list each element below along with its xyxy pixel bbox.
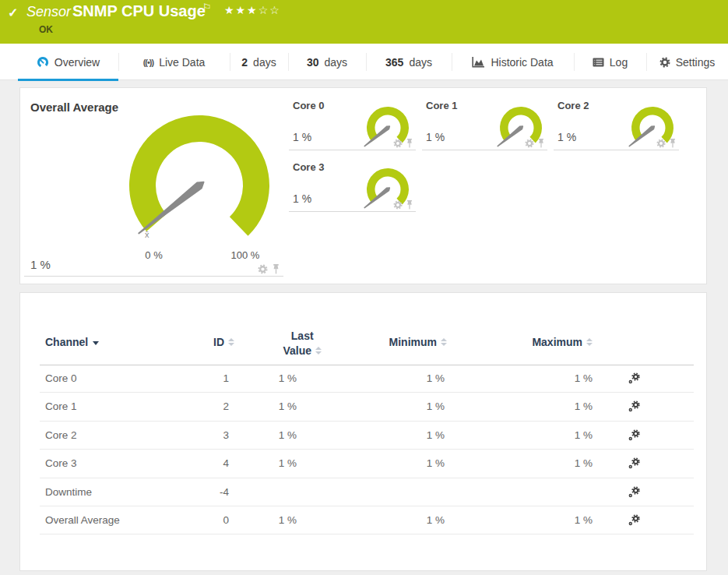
- cell-last-value: 1 %: [279, 422, 297, 450]
- pin-icon[interactable]: [537, 139, 545, 148]
- channels-table-panel: Channel ID LastValue Minimum Maximum Cor…: [19, 292, 707, 571]
- cell-channel: Downtime: [45, 478, 92, 506]
- tab-label: days: [325, 56, 348, 69]
- cell-last-value: 1 %: [279, 365, 297, 393]
- channel-settings-gears-icon[interactable]: [628, 400, 641, 413]
- tab-label: days: [253, 56, 276, 69]
- pin-icon[interactable]: [272, 264, 280, 274]
- cell-id: 4: [223, 450, 229, 478]
- column-label: Last: [291, 330, 314, 342]
- gauge-title: Core 3: [293, 161, 324, 173]
- tab-historic-data[interactable]: Historic Data: [452, 44, 574, 80]
- column-label: Value: [283, 344, 311, 357]
- table-row: Core 2 3 1 % 1 % 1 %: [40, 422, 694, 450]
- column-header-channel[interactable]: Channel: [45, 336, 99, 348]
- column-header-id[interactable]: ID: [213, 336, 234, 348]
- gauge-icon: [37, 56, 49, 69]
- tab-365-days[interactable]: 365 days: [366, 44, 452, 80]
- sensor-banner: ✓ Sensor SNMP CPU Usage ⚐ ★★★☆☆ OK: [0, 0, 728, 44]
- channel-settings-gears-icon[interactable]: [628, 457, 641, 470]
- gear-icon[interactable]: [525, 139, 534, 148]
- sensor-title: SNMP CPU Usage: [72, 2, 206, 20]
- column-header-minimum[interactable]: Minimum: [389, 336, 447, 348]
- gear-icon: [659, 57, 670, 68]
- gear-icon[interactable]: [258, 264, 268, 274]
- column-header-maximum[interactable]: Maximum: [532, 336, 593, 348]
- cell-channel: Core 0: [45, 365, 77, 393]
- gauges-panel: Overall Average x̄ 0 % 100 % 1 % Core 0 …: [19, 87, 707, 284]
- cell-id: 2: [223, 393, 229, 421]
- table-header-row: Channel ID LastValue Minimum Maximum: [40, 324, 694, 365]
- cell-id: 0: [223, 506, 229, 534]
- tab-number: 2: [241, 56, 248, 69]
- sort-icon: [441, 338, 447, 346]
- sort-icon: [315, 347, 322, 355]
- gauge-max-label: 100 %: [226, 249, 265, 261]
- cell-minimum: 1 %: [427, 506, 445, 534]
- gauge-title: Core 1: [426, 100, 457, 111]
- sort-icon: [586, 338, 593, 346]
- gauge-panel-core-0: Core 0 1 %: [289, 93, 416, 150]
- table-body: Core 0 1 1 % 1 % 1 % Core 1 2 1 % 1 % 1 …: [40, 365, 694, 534]
- tab-number: 365: [385, 56, 403, 69]
- channel-settings-gears-icon[interactable]: [628, 372, 641, 385]
- gauge-min-label: 0 %: [136, 249, 171, 261]
- table-row: Overall Average 0 1 % 1 % 1 %: [40, 506, 694, 534]
- ok-check-icon: ✓: [8, 5, 18, 20]
- tab-label: Historic Data: [491, 56, 553, 69]
- cell-channel: Overall Average: [45, 506, 120, 534]
- tab-overview[interactable]: Overview: [18, 44, 118, 80]
- gear-icon[interactable]: [656, 139, 666, 148]
- stars-empty[interactable]: ☆☆: [258, 4, 281, 16]
- tab-label: Log: [610, 56, 628, 69]
- channel-settings-gears-icon[interactable]: [628, 429, 641, 442]
- cell-channel: Core 2: [45, 422, 77, 450]
- gear-icon[interactable]: [393, 200, 403, 210]
- priority-star-rating[interactable]: ★★★☆☆: [224, 4, 281, 16]
- flag-icon[interactable]: ⚐: [202, 2, 212, 13]
- cell-maximum: 1 %: [575, 422, 593, 450]
- tab-2-days[interactable]: 2 days: [230, 44, 288, 80]
- gauge-value: 1 %: [426, 131, 445, 143]
- gauge-panel-core-2: Core 2 1 %: [554, 93, 679, 150]
- tab-log[interactable]: Log: [574, 44, 646, 80]
- pin-icon[interactable]: [406, 139, 413, 148]
- gauge-panel-core-1: Core 1 1 %: [422, 93, 547, 150]
- channel-settings-gears-icon[interactable]: [628, 486, 641, 499]
- cell-maximum: 1 %: [575, 450, 593, 478]
- tab-settings[interactable]: Settings: [646, 44, 728, 80]
- tab-live-data[interactable]: ((•)) Live Data: [118, 44, 230, 80]
- column-label: Channel: [45, 336, 88, 348]
- gauge-value: 1 %: [557, 131, 576, 143]
- divider: [24, 276, 283, 277]
- channel-settings-gears-icon[interactable]: [628, 514, 641, 527]
- cell-minimum: 1 %: [427, 422, 445, 450]
- gauge-title: Core 0: [293, 100, 324, 111]
- pin-icon[interactable]: [406, 200, 413, 210]
- cell-last-value: 1 %: [279, 506, 297, 534]
- tab-number: 30: [307, 56, 319, 69]
- gauge-panel-core-3: Core 3 1 %: [289, 154, 416, 212]
- table-row: Core 0 1 1 % 1 % 1 %: [40, 365, 694, 393]
- cell-channel: Core 3: [45, 450, 77, 478]
- table-row: Core 1 2 1 % 1 % 1 %: [40, 393, 694, 421]
- tab-label: Live Data: [159, 56, 205, 69]
- sort-icon: [228, 338, 234, 346]
- area-chart-icon: [472, 56, 485, 68]
- gauge-value: 1 %: [293, 192, 311, 205]
- sort-active-icon: [93, 341, 99, 345]
- cell-id: -4: [220, 478, 229, 506]
- column-header-last-value[interactable]: LastValue: [283, 329, 322, 358]
- stars-filled[interactable]: ★★★: [224, 4, 258, 16]
- tab-label: Overview: [55, 56, 100, 69]
- tab-label: Settings: [676, 56, 716, 69]
- tab-label: days: [409, 56, 432, 69]
- pin-icon[interactable]: [669, 139, 677, 148]
- cell-last-value: 1 %: [279, 450, 297, 478]
- tab-30-days[interactable]: 30 days: [288, 44, 366, 80]
- gear-icon[interactable]: [393, 139, 403, 148]
- table-row: Core 3 4 1 % 1 % 1 %: [40, 450, 694, 478]
- overall-average-value: 1 %: [30, 258, 51, 271]
- cell-maximum: 1 %: [575, 506, 593, 534]
- column-label: ID: [213, 336, 224, 348]
